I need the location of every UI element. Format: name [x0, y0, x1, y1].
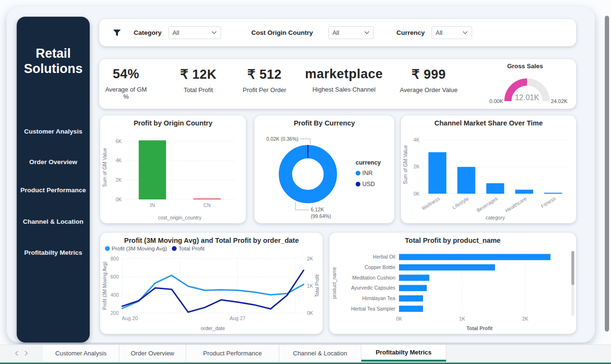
legend-dot-inr	[356, 171, 360, 176]
bar-Meditation Cushion	[399, 275, 429, 281]
hbar-chart-product-profit[interactable]: 0K1K2KHerbal OilCopper BottleMeditation …	[329, 246, 576, 334]
chart-card-profit-trend: Profit (3M Moving Avg) and Total Profit …	[100, 233, 323, 334]
kpi-label: Average of GM %	[102, 86, 150, 100]
tab-channel-location[interactable]: Channel & Location	[279, 345, 361, 362]
svg-text:0.00K: 0.00K	[489, 98, 503, 104]
svg-text:IN: IN	[150, 202, 155, 208]
kpi-average-order-value: ₹ 999 Average Order Value	[393, 67, 464, 94]
svg-text:Copper Bottle: Copper Bottle	[365, 264, 395, 270]
svg-text:4K: 4K	[413, 137, 420, 143]
dashboard-page: Retail Solutions Customer Analysis Order…	[0, 0, 611, 364]
svg-text:Himalayan Tea: Himalayan Tea	[362, 295, 395, 301]
legend-item-total-profit[interactable]: Total Profit	[172, 246, 204, 251]
page-tab-bar: Customer Analysis Order Overview Product…	[0, 344, 611, 362]
cost-origin-country-dropdown[interactable]: All	[328, 26, 374, 39]
svg-text:0K: 0K	[413, 191, 420, 197]
svg-text:Sum of GM Value: Sum of GM Value	[402, 145, 408, 184]
kpi-value: marketplace	[300, 67, 388, 82]
svg-text:24.02K: 24.02K	[551, 98, 568, 104]
svg-text:4K: 4K	[116, 157, 122, 163]
chart-title: Total Profit by product_name	[329, 237, 576, 244]
svg-text:1K: 1K	[459, 316, 465, 322]
chart-title: Profit By Currency	[254, 119, 394, 127]
svg-text:Ayurvedic Capsules: Ayurvedic Capsules	[351, 285, 395, 291]
bar-chart-origin-country[interactable]: 0K2K4K6KINCNSum of GM Valuecost_origin_c…	[100, 130, 246, 223]
chevron-down-icon	[211, 31, 217, 34]
sidebar-item-customer-analysis[interactable]: Customer Analysis	[17, 128, 90, 135]
svg-text:0.02K (0.36%): 0.02K (0.36%)	[266, 136, 298, 142]
kpi-label: Average Order Value	[393, 86, 464, 94]
sidebar-item-order-overview[interactable]: Order Overview	[17, 158, 90, 166]
line-chart-profit-trend[interactable]: 2004006008000K1K2KAug 20Aug 27Profit (3M…	[100, 255, 323, 334]
chevron-down-icon	[364, 31, 369, 34]
gross-sales-gauge[interactable]: Gross Sales 12.01K0.00K24.02K	[471, 60, 573, 108]
chart-title: Profit by Origin Country	[100, 119, 246, 127]
svg-text:Profit (3M Moving Avg): Profit (3M Moving Avg)	[102, 262, 107, 310]
prev-page-arrow-icon[interactable]	[15, 351, 19, 356]
gauge-arc: 12.01K0.00K24.02K	[477, 71, 573, 107]
chart-card-profit-by-product: Total Profit by product_name 0K1K2KHerba…	[329, 233, 576, 334]
svg-text:cost_origin_country: cost_origin_country	[158, 215, 202, 220]
svg-text:Aug 20: Aug 20	[122, 315, 137, 321]
bar-Beverages	[486, 183, 505, 194]
chart-scrollbar-thumb	[571, 251, 574, 285]
svg-text:Herbal Tea Sampler: Herbal Tea Sampler	[351, 306, 395, 312]
chart-card-profit-by-origin-country: Profit by Origin Country 0K2K4K6KINCNSum…	[100, 115, 246, 223]
svg-text:0K: 0K	[307, 310, 313, 316]
legend-item-usd[interactable]: USD	[356, 181, 381, 187]
tab-label: Profitabilty Metrics	[376, 349, 432, 356]
svg-text:6K: 6K	[116, 138, 122, 144]
slice-INR	[285, 152, 330, 197]
tab-navigation	[0, 345, 43, 362]
svg-text:Aug 27: Aug 27	[230, 315, 245, 321]
svg-text:CN: CN	[203, 202, 211, 208]
legend-item-moving-avg[interactable]: Profit (3M Moving Avg)	[105, 246, 167, 251]
bar-Herbal Tea Sampler	[399, 306, 423, 312]
bar-Fitness	[544, 193, 562, 194]
legend-item-inr[interactable]: INR	[356, 170, 381, 177]
kpi-value: ₹ 12K	[171, 67, 226, 82]
sidebar-item-channel-location[interactable]: Channel & Location	[17, 218, 90, 225]
svg-text:2K: 2K	[116, 177, 122, 183]
filter-bar: Category All Cost Origin Country All Cur…	[99, 19, 576, 46]
sidebar: Retail Solutions Customer Analysis Order…	[17, 17, 90, 343]
tab-profitability-metrics[interactable]: Profitabilty Metrics	[361, 345, 446, 362]
tab-product-performance[interactable]: Product Performance	[186, 345, 279, 362]
legend-label: INR	[362, 170, 373, 177]
svg-text:(99.64%): (99.64%)	[311, 213, 331, 219]
svg-text:0K: 0K	[116, 197, 122, 202]
donut-legend: currency INR USD	[356, 159, 381, 192]
svg-text:2K: 2K	[522, 316, 528, 322]
svg-text:Sum of GM Value: Sum of GM Value	[102, 148, 107, 187]
bar-Herbal Oil	[399, 254, 550, 260]
svg-text:order_date: order_date	[201, 325, 225, 331]
next-page-arrow-icon[interactable]	[24, 351, 28, 356]
cost-origin-country-filter-label: Cost Origin Country	[252, 29, 313, 36]
legend-label: Profit (3M Moving Avg)	[112, 246, 167, 251]
bar-Ayurvedic Capsules	[399, 285, 427, 291]
tab-label: Product Performance	[203, 350, 262, 357]
legend-dot-total-profit	[172, 246, 177, 251]
sidebar-item-product-performance[interactable]: Product Performance	[17, 187, 90, 194]
tab-customer-analysis[interactable]: Customer Analysis	[43, 345, 119, 362]
currency-dropdown[interactable]: All	[432, 26, 472, 39]
svg-text:Beverages: Beverages	[475, 196, 499, 213]
tab-label: Channel & Location	[293, 350, 347, 357]
svg-text:Fitness: Fitness	[540, 196, 557, 209]
bar-chart-channel-share[interactable]: 0K2K4KWellnessLifestyleBeveragesHealthca…	[401, 130, 576, 223]
bar-Himalayan Tea	[399, 295, 423, 302]
page-scrollbar[interactable]	[605, 16, 609, 332]
kpi-label: Highest Sales Channel	[300, 86, 388, 93]
category-dropdown[interactable]: All	[169, 26, 221, 39]
tab-order-overview[interactable]: Order Overview	[119, 345, 186, 362]
kpi-average-gm: 54% Average of GM %	[102, 67, 150, 100]
sidebar-item-profitability-metrics[interactable]: Profitabilty Metrics	[17, 249, 90, 256]
tab-label: Customer Analysis	[55, 350, 107, 357]
kpi-value: ₹ 999	[393, 67, 464, 82]
kpi-profit-per-order: ₹ 512 Profit Per Order	[236, 67, 293, 94]
currency-dropdown-value: All	[436, 30, 442, 36]
svg-text:12.01K: 12.01K	[515, 94, 539, 102]
kpi-label: Profit Per Order	[236, 86, 293, 94]
svg-text:1K: 1K	[307, 283, 313, 289]
svg-text:2K: 2K	[413, 164, 420, 169]
